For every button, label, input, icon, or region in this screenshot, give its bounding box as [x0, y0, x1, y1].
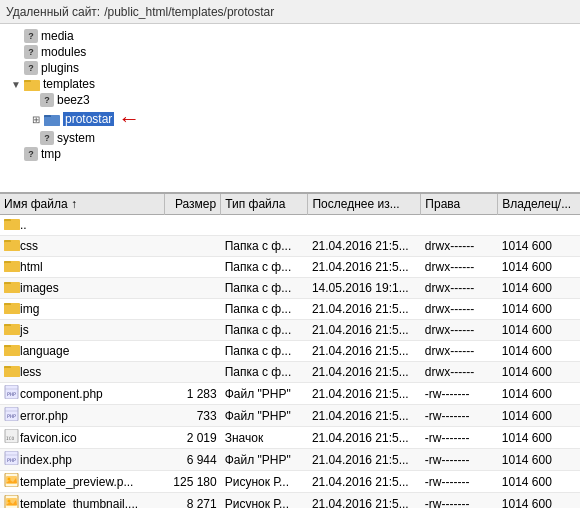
file-date: 21.04.2016 21:5...	[308, 383, 421, 405]
file-rights: drwx------	[421, 299, 498, 320]
folder-icon	[4, 364, 20, 380]
table-row[interactable]: template_thumbnail....8 271Рисунок Р...2…	[0, 493, 580, 509]
tree-label-plugins: plugins	[41, 61, 79, 75]
file-size	[164, 299, 220, 320]
col-header-name[interactable]: Имя файла ↑	[0, 194, 164, 215]
file-name-text: component.php	[20, 387, 103, 401]
img-icon	[4, 495, 20, 508]
tree-label-system: system	[57, 131, 95, 145]
file-table-container[interactable]: Имя файла ↑ Размер Тип файла Последнее и…	[0, 194, 580, 508]
file-owner: 1014 600	[498, 236, 580, 257]
table-row[interactable]: languageПапка с ф...21.04.2016 21:5...dr…	[0, 341, 580, 362]
file-owner: 1014 600	[498, 257, 580, 278]
top-bar: Удаленный сайт: /public_html/templates/p…	[0, 0, 580, 24]
file-name-text: favicon.ico	[20, 431, 77, 445]
svg-rect-8	[4, 221, 20, 230]
col-header-size[interactable]: Размер	[164, 194, 220, 215]
tree-item-media[interactable]: ? media	[0, 28, 580, 44]
file-size: 1 283	[164, 383, 220, 405]
tree-label-tmp: tmp	[41, 147, 61, 161]
question-icon: ?	[40, 131, 54, 145]
table-row[interactable]: PHP index.php6 944Файл "PHP"21.04.2016 2…	[0, 449, 580, 471]
file-type: Папка с ф...	[221, 278, 308, 299]
table-row[interactable]: ..	[0, 215, 580, 236]
php-icon: PHP	[4, 407, 20, 424]
folder-icon	[4, 343, 20, 359]
file-name-text: template_thumbnail....	[20, 497, 138, 509]
file-size	[164, 278, 220, 299]
col-header-rights[interactable]: Права	[421, 194, 498, 215]
table-row[interactable]: template_preview.p...125 180Рисунок Р...…	[0, 471, 580, 493]
tree-item-tmp[interactable]: ? tmp	[0, 146, 580, 162]
table-row[interactable]: htmlПапка с ф...21.04.2016 21:5...drwx--…	[0, 257, 580, 278]
file-type: Рисунок Р...	[221, 493, 308, 509]
file-owner: 1014 600	[498, 362, 580, 383]
tree-item-system[interactable]: ? system	[0, 130, 580, 146]
file-type	[221, 215, 308, 236]
file-name-text: index.php	[20, 453, 72, 467]
tree-row-protostar: ⊞ protostar ←	[0, 108, 580, 130]
file-name-cell: PHP error.php	[0, 405, 164, 427]
table-row[interactable]: lessПапка с ф...21.04.2016 21:5...drwx--…	[0, 362, 580, 383]
file-name-cell: ICO favicon.ico	[0, 427, 164, 449]
file-rights: drwx------	[421, 320, 498, 341]
file-rights	[421, 215, 498, 236]
file-rights: drwx------	[421, 236, 498, 257]
file-size	[164, 341, 220, 362]
file-name-text: less	[20, 365, 41, 379]
table-row[interactable]: imgПапка с ф...21.04.2016 21:5...drwx---…	[0, 299, 580, 320]
file-date: 21.04.2016 21:5...	[308, 362, 421, 383]
tree-item-plugins[interactable]: ? plugins	[0, 60, 580, 76]
folder-icon-templates	[24, 77, 40, 91]
file-name-cell: css	[0, 236, 164, 257]
file-name-text: html	[20, 260, 43, 274]
file-size	[164, 215, 220, 236]
file-owner: 1014 600	[498, 383, 580, 405]
file-name-cell: js	[0, 320, 164, 341]
col-header-type[interactable]: Тип файла	[221, 194, 308, 215]
tree-item-templates[interactable]: ▼ templates	[0, 76, 580, 92]
file-name-text: css	[20, 239, 38, 253]
file-name-text: images	[20, 281, 59, 295]
tree-toggle-templates[interactable]: ▼	[8, 79, 24, 90]
svg-rect-23	[4, 326, 20, 335]
file-rights: drwx------	[421, 341, 498, 362]
file-owner: 1014 600	[498, 427, 580, 449]
file-table: Имя файла ↑ Размер Тип файла Последнее и…	[0, 194, 580, 508]
svg-rect-11	[4, 242, 20, 251]
file-owner: 1014 600	[498, 493, 580, 509]
table-row[interactable]: cssПапка с ф...21.04.2016 21:5...drwx---…	[0, 236, 580, 257]
file-type: Папка с ф...	[221, 236, 308, 257]
file-type: Значок	[221, 427, 308, 449]
file-owner	[498, 215, 580, 236]
file-type: Файл "PHP"	[221, 383, 308, 405]
file-name-cell: PHP index.php	[0, 449, 164, 471]
table-row[interactable]: PHP component.php1 283Файл "PHP"21.04.20…	[0, 383, 580, 405]
file-date: 21.04.2016 21:5...	[308, 493, 421, 509]
tree-label-modules: modules	[41, 45, 86, 59]
table-row[interactable]: PHP error.php733Файл "PHP"21.04.2016 21:…	[0, 405, 580, 427]
tree-label-templates: templates	[43, 77, 95, 91]
table-row[interactable]: ICO favicon.ico2 019Значок21.04.2016 21:…	[0, 427, 580, 449]
php-icon: PHP	[4, 385, 20, 402]
file-rights: -rw-------	[421, 427, 498, 449]
col-header-date[interactable]: Последнее из...	[308, 194, 421, 215]
table-row[interactable]: imagesПапка с ф...14.05.2016 19:1...drwx…	[0, 278, 580, 299]
tree-item-modules[interactable]: ? modules	[0, 44, 580, 60]
tree-toggle-protostar[interactable]: ⊞	[28, 114, 44, 125]
table-row[interactable]: jsПапка с ф...21.04.2016 21:5...drwx----…	[0, 320, 580, 341]
question-icon: ?	[24, 45, 38, 59]
tree-item-protostar[interactable]: ⊞ protostar	[0, 111, 114, 127]
main-layout: ? media ? modules ? plugins ▼	[0, 24, 580, 508]
ico-icon: ICO	[4, 429, 20, 446]
col-header-owner[interactable]: Владелец/...	[498, 194, 580, 215]
file-type: Папка с ф...	[221, 257, 308, 278]
tree-item-beez3[interactable]: ? beez3	[0, 92, 580, 108]
file-owner: 1014 600	[498, 278, 580, 299]
remote-site-path: /public_html/templates/protostar	[104, 5, 274, 19]
file-rights: drwx------	[421, 278, 498, 299]
svg-rect-29	[4, 368, 20, 377]
file-type: Папка с ф...	[221, 299, 308, 320]
file-name-text: error.php	[20, 409, 68, 423]
file-size: 8 271	[164, 493, 220, 509]
